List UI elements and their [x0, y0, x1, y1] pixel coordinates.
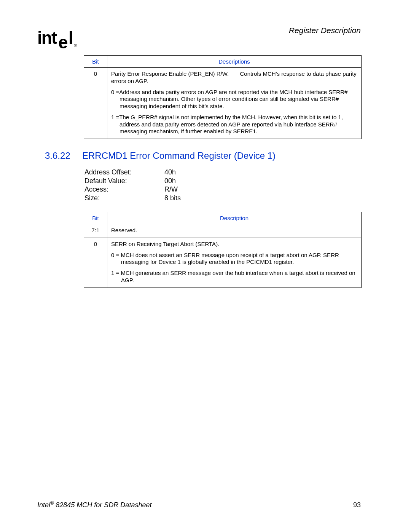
section-title: ERRCMD1 Error Command Register (Device 1…	[82, 150, 276, 161]
bit-cell: 7:1	[84, 224, 107, 238]
page-number: 93	[353, 501, 361, 509]
info-label: Access:	[84, 185, 162, 194]
desc-cell: Reserved.	[107, 224, 362, 238]
footer-doc-title-prefix: Intel	[37, 501, 50, 509]
info-row-access: Access: R/W	[84, 185, 362, 194]
info-row-address-offset: Address Offset: 40h	[84, 168, 362, 177]
info-value: 00h	[164, 177, 176, 185]
info-value: 8 bits	[164, 194, 181, 203]
svg-text:®: ®	[74, 43, 77, 48]
info-value: 40h	[164, 168, 176, 177]
register-table-per-en: Bit Descriptions 0 Parity Error Response…	[84, 55, 362, 139]
section-number: 3.6.22	[45, 150, 82, 161]
svg-text:l: l	[68, 29, 73, 48]
desc-cell: Parity Error Response Enable (PER_EN) R/…	[107, 68, 362, 139]
info-row-size: Size: 8 bits	[84, 194, 362, 203]
table-row: 0 Parity Error Response Enable (PER_EN) …	[84, 68, 362, 139]
col-header-bit: Bit	[84, 212, 107, 224]
footer-doc-title-suffix: 82845 MCH for SDR Datasheet	[54, 501, 151, 509]
bit-cell: 0	[84, 68, 107, 139]
serta-title: SERR on Receiving Target Abort (SERTA).	[111, 241, 357, 248]
info-label: Default Value:	[84, 177, 162, 185]
bit-cell: 0	[84, 238, 107, 288]
main-content: Bit Descriptions 0 Parity Error Response…	[84, 55, 362, 299]
per-en-value-0: 0 =Address and data parity errors on AGP…	[111, 89, 357, 110]
per-en-value-1: 1 =The G_PERR# signal is not implemented…	[111, 114, 357, 135]
col-header-descriptions: Descriptions	[107, 56, 362, 68]
col-header-description: Description	[107, 212, 362, 224]
info-label: Size:	[84, 194, 162, 203]
register-summary-list: Address Offset: 40h Default Value: 00h A…	[84, 168, 362, 202]
serta-value-0: 0 = MCH does not assert an SERR message …	[111, 252, 357, 266]
table-row: 7:1 Reserved.	[84, 224, 362, 238]
desc-cell: SERR on Receiving Target Abort (SERTA). …	[107, 238, 362, 288]
svg-text:int: int	[37, 29, 57, 48]
svg-text:e: e	[58, 32, 68, 52]
info-value: R/W	[164, 185, 178, 194]
intel-logo: int e l ®	[37, 29, 81, 51]
page-footer: Intel® 82845 MCH for SDR Datasheet 93	[37, 500, 361, 509]
table-header-row: Bit Description	[84, 212, 362, 224]
section-heading: 3.6.22ERRCMD1 Error Command Register (De…	[84, 150, 362, 161]
register-table-errcmd1: Bit Description 7:1 Reserved. 0 SERR on …	[84, 212, 362, 288]
info-label: Address Offset:	[84, 168, 162, 177]
info-row-default-value: Default Value: 00h	[84, 177, 362, 185]
col-header-bit: Bit	[84, 56, 107, 68]
table-header-row: Bit Descriptions	[84, 56, 362, 68]
reserved-text: Reserved.	[111, 227, 357, 234]
intel-logo-svg: int e l ®	[37, 29, 81, 52]
running-header-title: Register Description	[289, 26, 361, 35]
serta-value-1: 1 = MCH generates an SERR message over t…	[111, 270, 357, 284]
per-en-lead: Parity Error Response Enable (PER_EN) R/…	[111, 70, 229, 77]
registered-mark: ®	[50, 500, 54, 506]
table-row: 0 SERR on Receiving Target Abort (SERTA)…	[84, 238, 362, 288]
